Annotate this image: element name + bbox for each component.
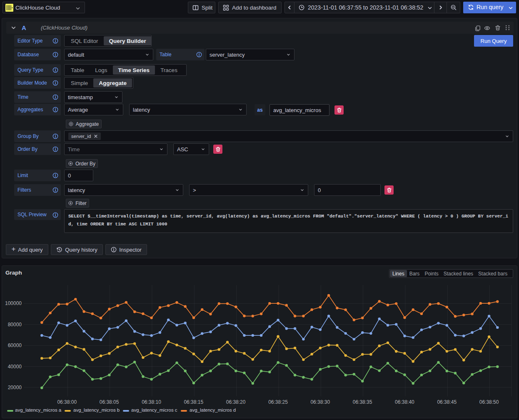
- svg-text:06:38:35: 06:38:35: [353, 399, 372, 405]
- svg-text:06:38:30: 06:38:30: [310, 399, 330, 405]
- svg-text:100000: 100000: [5, 300, 22, 306]
- svg-text:06:38:40: 06:38:40: [395, 399, 414, 405]
- svg-text:06:38:45: 06:38:45: [437, 399, 457, 405]
- svg-text:60000: 60000: [8, 342, 22, 348]
- svg-text:06:38:00: 06:38:00: [57, 399, 77, 405]
- svg-text:80000: 80000: [8, 322, 22, 328]
- svg-text:06:38:50: 06:38:50: [479, 399, 499, 405]
- svg-text:06:38:25: 06:38:25: [268, 399, 288, 405]
- svg-text:06:38:20: 06:38:20: [226, 399, 246, 405]
- svg-text:40000: 40000: [8, 364, 22, 370]
- svg-text:06:38:05: 06:38:05: [100, 399, 119, 405]
- svg-text:06:38:10: 06:38:10: [142, 399, 161, 405]
- svg-text:20000: 20000: [8, 385, 22, 390]
- svg-text:06:38:15: 06:38:15: [184, 399, 203, 405]
